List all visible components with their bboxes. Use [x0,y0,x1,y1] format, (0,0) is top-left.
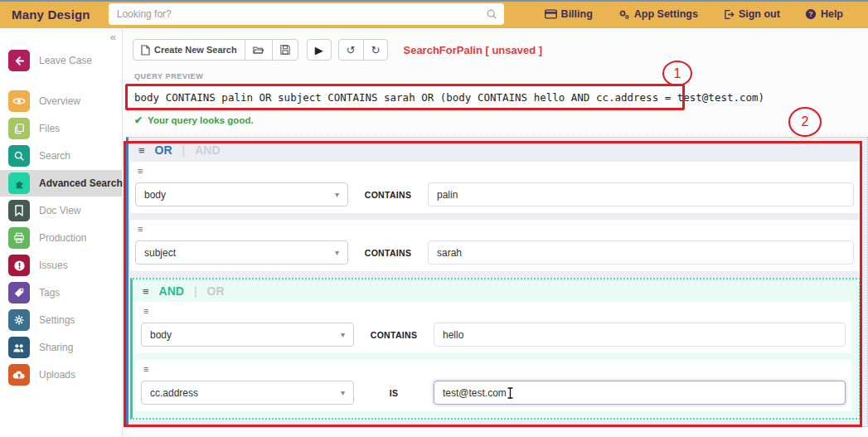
sidebar-item-sharing[interactable]: Sharing [0,334,122,361]
sidebar-item-settings[interactable]: Settings [0,307,122,333]
printer-icon [13,232,25,244]
and-group-header: ≡ AND | OR [133,279,859,302]
sidebar-item-overview[interactable]: Overview [0,88,122,114]
query-status: ✔ Your query looks good. [134,114,254,126]
app-settings-link[interactable]: App Settings [618,8,698,20]
sidebar-item-leave-case[interactable]: Leave Case [0,47,122,74]
sidebar-item-doc-view[interactable]: Doc View [0,197,122,224]
drag-handle-icon[interactable]: ≡ [138,225,854,234]
drag-handle-icon[interactable]: ≡ [138,167,854,176]
chevron-down-icon: ▾ [341,330,345,339]
sidebar-item-files[interactable]: Files [0,115,122,142]
field-select-value: body [144,189,166,201]
credit-card-icon [545,9,557,19]
gears-icon [618,8,630,20]
and-toggle-active[interactable]: AND [159,284,184,298]
exclamation-icon [13,260,26,272]
field-select[interactable]: body ▾ [141,323,354,347]
sidebar-item-search[interactable]: Search [0,143,122,169]
operator-label: CONTAINS [369,330,419,340]
svg-text:?: ? [808,10,812,18]
drag-handle-icon[interactable]: ≡ [138,145,145,156]
value-input-focused[interactable] [434,381,846,405]
check-icon: ✔ [134,114,143,126]
chevron-down-icon: ▾ [341,388,345,397]
help-link[interactable]: ? Help [805,8,843,20]
and-group: ≡ AND | OR ≡ body ▾ CONTAINS [130,278,861,420]
rule-row: ≡ cc.address ▾ IS [136,360,852,411]
rule-row: ≡ body ▾ CONTAINS [130,162,861,213]
value-input[interactable] [434,323,846,347]
users-icon [12,342,26,353]
sidebar-item-label: Settings [39,314,75,326]
history-button-group: ↺ ↻ [338,39,389,61]
or-toggle-active[interactable]: OR [155,143,172,157]
search-toolbar: Create New Search [133,39,542,61]
sidebar-item-label: Files [39,123,60,134]
sidebar-item-label: Leave Case [39,55,92,66]
app-settings-label: App Settings [634,8,698,20]
sign-out-link[interactable]: Sign out [723,8,780,20]
undo-button[interactable]: ↺ [338,39,364,61]
or-toggle-inactive[interactable]: OR [207,284,225,298]
gear-icon [13,314,25,326]
sidebar-item-label: Advanced Search [39,177,123,189]
redo-button[interactable]: ↻ [363,39,389,61]
field-select[interactable]: body ▾ [135,182,348,206]
sidebar-item-issues[interactable]: Issues [0,252,122,279]
redo-icon: ↻ [371,45,381,56]
query-preview-text: body CONTAINS palin OR subject CONTAINS … [134,91,764,104]
cloud-upload-icon [12,370,26,380]
sidebar-item-tags[interactable]: Tags [0,279,122,306]
sidebar-item-label: Tags [39,287,60,299]
value-input[interactable] [428,240,854,265]
brand-logo: Many Design [12,7,90,22]
run-search-button[interactable]: ▶ [307,39,332,61]
conjunction-divider: | [182,143,186,157]
sidebar-item-label: Doc View [39,205,80,216]
global-search-input[interactable] [117,8,486,20]
billing-link[interactable]: Billing [545,8,593,20]
sidebar-collapse-icon[interactable]: « [110,32,116,42]
topbar-nav: Billing App Settings Sign out [545,8,856,20]
or-group: ≡ OR | AND ≡ body ▾ CONTAINS [126,137,868,427]
bookmark-icon [14,205,24,216]
tag-icon [13,287,25,299]
search-icon[interactable] [486,8,497,20]
main-content: Create New Search [123,28,868,437]
drag-handle-icon[interactable]: ≡ [143,286,149,297]
global-search-box[interactable] [109,3,504,25]
sidebar-item-label: Overview [39,95,80,107]
value-input[interactable] [428,182,854,206]
copy-icon [13,123,25,134]
sidebar-nav: Overview Files Search [0,88,122,388]
folder-open-icon [253,46,264,55]
field-select-value: body [150,329,172,341]
field-select[interactable]: subject ▾ [135,240,348,265]
file-icon [141,45,150,56]
drag-handle-icon[interactable]: ≡ [143,365,846,374]
create-new-search-label: Create New Search [154,45,237,55]
save-search-button[interactable] [272,39,298,61]
conjunction-divider: | [194,284,197,298]
sidebar-item-advanced-search[interactable]: Advanced Search [0,170,122,197]
eye-icon [12,96,26,106]
field-select[interactable]: cc.address ▾ [141,381,354,405]
undo-icon: ↺ [347,45,356,56]
create-new-search-button[interactable]: Create New Search [133,39,245,61]
sidebar-item-production[interactable]: Production [0,225,122,251]
operator-label: IS [369,388,419,398]
billing-label: Billing [561,8,593,20]
save-icon [280,45,290,55]
field-select-value: cc.address [150,387,198,399]
sidebar-item-label: Uploads [39,369,75,381]
or-group-header: ≡ OR | AND [129,138,867,162]
sidebar-item-uploads[interactable]: Uploads [0,362,122,388]
search-title: SearchForPalin [ unsaved ] [403,44,542,56]
drag-handle-icon[interactable]: ≡ [143,307,846,316]
chevron-down-icon: ▾ [335,248,339,257]
field-select-value: subject [144,247,176,259]
open-search-button[interactable] [245,39,273,61]
and-toggle-inactive[interactable]: AND [195,143,220,157]
sidebar-item-label: Issues [39,260,68,271]
